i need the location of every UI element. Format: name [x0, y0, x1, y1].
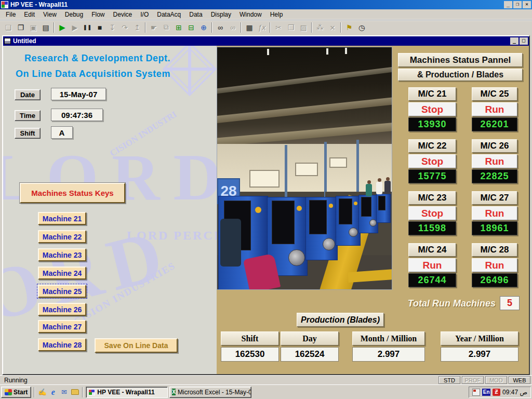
photo-window [249, 170, 280, 188]
inner-minimize-button[interactable]: _ [510, 37, 518, 45]
photo-window [295, 163, 318, 176]
date-label[interactable]: Date [15, 89, 41, 100]
stop-icon[interactable]: ■ [94, 22, 106, 33]
day-header: Day [281, 331, 339, 345]
machine-23-button[interactable]: Machine 23 [38, 248, 86, 261]
photo-lamp [345, 48, 347, 54]
machine-28-button[interactable]: Machine 28 [38, 338, 86, 351]
paste-icon[interactable]: ▨ [297, 22, 310, 33]
mc26-count: 22825 [472, 169, 517, 183]
run-icon[interactable]: ▶ [56, 22, 69, 33]
machine-26-button[interactable]: Machine 26 [38, 303, 86, 316]
scheduler-tray-icon[interactable] [472, 389, 480, 396]
toolbar-separator [54, 22, 55, 33]
mc22-cell: M/C 22 Stop 15775 [408, 139, 456, 183]
machine-24-button[interactable]: Machine 24 [38, 267, 86, 280]
system-tray: En Ƶ 09:47 ص [469, 387, 531, 398]
pan-hand-icon[interactable]: ☛ [148, 22, 160, 33]
copy-icon[interactable]: ❒ [285, 22, 297, 33]
menu-help[interactable]: Help [267, 10, 287, 19]
machine-25-button[interactable]: Machine 25 [38, 285, 86, 298]
cut-icon[interactable]: ✂ [272, 22, 285, 33]
mc24-count: 26744 [408, 273, 456, 287]
inner-maximize-button[interactable]: □ [520, 37, 528, 45]
clean-up-lines-icon[interactable]: ⁂ [314, 22, 326, 33]
menu-file[interactable]: File [2, 10, 19, 19]
resume-icon[interactable]: ▶ [69, 22, 81, 33]
save-online-data-button[interactable]: Save On Line Data [95, 338, 178, 353]
photo-worker [220, 219, 241, 267]
folder-icon[interactable] [70, 388, 79, 397]
step-over-icon[interactable]: ↷ [118, 22, 131, 33]
program-canvas: CISION INDUSTRI LORD LORD PERCIS ORD RCI… [3, 46, 529, 374]
lord-logo-watermark [168, 48, 211, 90]
menu-dataacq[interactable]: DataAcq [153, 10, 184, 19]
minimize-button[interactable]: _ [504, 1, 512, 8]
mc28-count: 26496 [472, 273, 517, 287]
restore-button[interactable]: ❐ [513, 1, 522, 8]
machine-21-button[interactable]: Machine 21 [38, 212, 86, 225]
delete-lines-icon[interactable]: ⨯ [326, 22, 339, 33]
toolbar-separator [145, 22, 146, 33]
delete-terminal-icon[interactable]: ⊟ [185, 22, 197, 33]
internet-explorer-icon[interactable]: e [48, 388, 58, 397]
taskbar-separator [34, 387, 35, 397]
menu-edit[interactable]: Edit [20, 10, 38, 19]
find-next-icon[interactable]: ∞ [227, 22, 239, 33]
time-label[interactable]: Time [15, 110, 41, 121]
properties-icon[interactable]: ▦ [243, 22, 256, 33]
antivirus-tray-icon[interactable]: Ƶ [493, 389, 500, 396]
machine-22-button[interactable]: Machine 22 [38, 230, 86, 243]
toolbar-separator [311, 22, 312, 33]
menu-window[interactable]: Window [236, 10, 265, 19]
save-icon[interactable]: ▣ [27, 22, 39, 33]
clock[interactable]: 09:47 ص [502, 389, 527, 396]
machines-status-keys-button[interactable]: Machines Status Keys [20, 183, 125, 203]
open-icon[interactable]: ❐ [15, 22, 27, 33]
taskbar: Start ✍ e ✉ HP VEE - Wrapall11 X Microso… [0, 384, 532, 399]
inner-window-titlebar: Untitled _ □ [3, 36, 529, 46]
function-icon[interactable]: ƒx [256, 22, 268, 33]
web-globe-icon[interactable]: ⊕ [197, 22, 210, 33]
new-icon[interactable]: ❏ [2, 22, 15, 33]
mc28-cell: M/C 28 Run 26496 [472, 243, 517, 287]
print-icon[interactable]: ▤ [39, 22, 52, 33]
photo-person [384, 177, 391, 193]
menu-data[interactable]: Data [185, 10, 206, 19]
hpvee-app-icon [88, 389, 95, 395]
shift-label[interactable]: Shift [15, 128, 41, 139]
clone-icon[interactable]: ⧉ [160, 22, 172, 33]
task-excel[interactable]: X Microsoft Excel - 15-May-07 [169, 387, 251, 398]
mc25-name: M/C 25 [472, 87, 517, 101]
start-button[interactable]: Start [1, 387, 31, 398]
photo-machine [358, 195, 378, 233]
inner-window-title: Untitled [13, 37, 509, 45]
language-indicator[interactable]: En [482, 389, 490, 396]
production-blades-button[interactable]: Production (Blades) [297, 313, 384, 327]
outlook-express-icon[interactable]: ✉ [59, 388, 69, 397]
machine-status-grid: M/C 21 Stop 13930 M/C 25 Run 26201 M/C 2… [408, 87, 517, 287]
mode-web[interactable]: WEB [509, 376, 530, 384]
machine-27-button[interactable]: Machine 27 [38, 320, 86, 333]
menu-flow[interactable]: Flow [88, 10, 108, 19]
menu-debug[interactable]: Debug [61, 10, 87, 19]
task-hpvee[interactable]: HP VEE - Wrapall11 [86, 387, 168, 398]
mode-std[interactable]: STD [438, 376, 460, 384]
photo-person [376, 178, 382, 194]
show-desktop-icon[interactable]: ✍ [37, 388, 47, 397]
status-bar: Running STD PROF MOD WEB [0, 375, 532, 384]
menu-view[interactable]: View [39, 10, 60, 19]
close-button[interactable]: ✕ [523, 1, 531, 8]
menu-display[interactable]: Display [207, 10, 235, 19]
menu-device[interactable]: Device [110, 10, 136, 19]
step-into-icon[interactable]: ↧ [106, 22, 118, 33]
add-terminal-icon[interactable]: ⊞ [172, 22, 185, 33]
find-icon[interactable]: ∞ [214, 22, 227, 33]
pause-icon[interactable]: ❚❚ [81, 22, 94, 33]
photo-machine [376, 194, 391, 223]
flag-icon[interactable]: ⚑ [343, 22, 355, 33]
timer-icon[interactable]: ◷ [355, 22, 368, 33]
menu-io[interactable]: I/O [137, 10, 152, 19]
step-out-icon[interactable]: ↥ [131, 22, 143, 33]
time-value: 09:47:36 [51, 109, 103, 121]
